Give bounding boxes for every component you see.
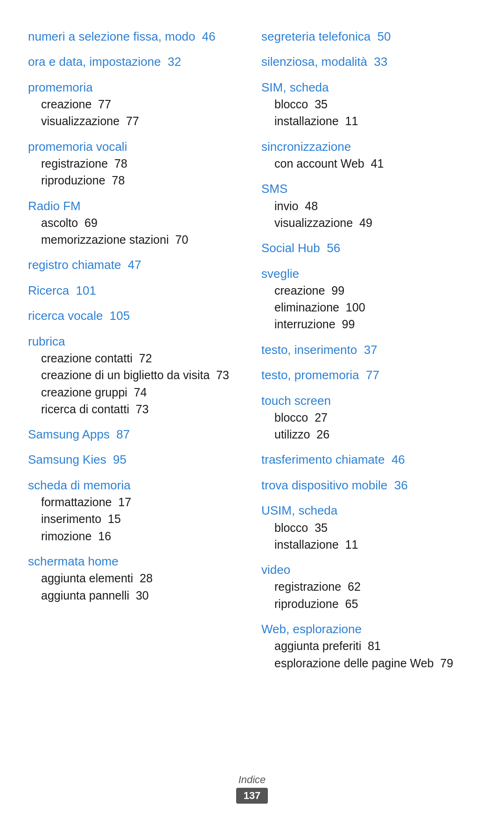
entry-heading: USIM, scheda <box>261 502 476 519</box>
entry-sub: creazione contatti 72 <box>28 350 243 367</box>
entry-heading: ora e data, impostazione 32 <box>28 53 243 70</box>
entry-sub: registrazione 62 <box>261 578 476 595</box>
index-entry: testo, promemoria 77 <box>261 367 476 383</box>
index-entry: sincronizzazionecon account Web 41 <box>261 138 476 172</box>
spacer <box>261 132 476 138</box>
index-entry: Social Hub 56 <box>261 240 476 256</box>
index-entry: ricerca vocale 105 <box>28 307 243 324</box>
spacer <box>28 250 243 256</box>
spacer <box>261 72 476 79</box>
index-entry: SMSinvio 48visualizzazione 49 <box>261 180 476 231</box>
spacer <box>28 546 243 553</box>
entry-heading: ricerca vocale 105 <box>28 307 243 324</box>
index-entry: testo, inserimento 37 <box>261 341 476 358</box>
spacer <box>261 673 476 680</box>
entry-heading: silenziosa, modalità 33 <box>261 53 476 70</box>
spacer <box>28 301 243 307</box>
index-entry: Ricerca 101 <box>28 282 243 299</box>
entry-heading: video <box>261 561 476 578</box>
footer-page-number: 137 <box>236 788 268 804</box>
right-column: segreteria telefonica 50silenziosa, moda… <box>257 28 476 680</box>
entry-heading: promemoria <box>28 79 243 96</box>
spacer <box>28 606 243 612</box>
entry-heading: rubrica <box>28 333 243 350</box>
index-entry: Radio FMascolto 69memorizzazione stazion… <box>28 198 243 248</box>
entry-sub: ricerca di contatti 73 <box>28 401 243 417</box>
index-entry: rubricacreazione contatti 72creazione di… <box>28 333 243 417</box>
index-entry: Samsung Apps 87 <box>28 426 243 443</box>
spacer <box>261 614 476 621</box>
spacer <box>28 276 243 282</box>
entry-heading: trasferimento chiamate 46 <box>261 451 476 468</box>
entry-heading: SMS <box>261 180 476 197</box>
spacer <box>261 360 476 367</box>
entry-sub: creazione 77 <box>28 96 243 113</box>
entry-sub: creazione di un biglietto da visita 73 <box>28 367 243 383</box>
entry-sub: aggiunta elementi 28 <box>28 570 243 587</box>
entry-sub: blocco 35 <box>261 519 476 536</box>
index-entry: numeri a selezione fissa, modo 46 <box>28 28 243 45</box>
entry-heading: numeri a selezione fissa, modo 46 <box>28 28 243 45</box>
entry-sub: rimozione 16 <box>28 528 243 544</box>
index-page: numeri a selezione fissa, modo 46ora e d… <box>28 28 476 680</box>
entry-sub: inserimento 15 <box>28 510 243 527</box>
index-entry: segreteria telefonica 50 <box>261 28 476 45</box>
index-entry: svegliecreazione 99eliminazione 100inter… <box>261 265 476 333</box>
entry-sub: creazione gruppi 74 <box>28 384 243 401</box>
entry-heading: sveglie <box>261 265 476 282</box>
spacer <box>28 72 243 79</box>
entry-sub: visualizzazione 77 <box>28 113 243 129</box>
spacer <box>261 233 476 240</box>
entry-sub: aggiunta pannelli 30 <box>28 587 243 604</box>
spacer <box>261 495 476 502</box>
entry-heading: testo, inserimento 37 <box>261 341 476 358</box>
index-entry: SIM, schedablocco 35installazione 11 <box>261 79 476 130</box>
entry-sub: formattazione 17 <box>28 494 243 510</box>
spacer <box>28 47 243 53</box>
page-footer: Indice 137 <box>0 774 504 804</box>
entry-heading: scheda di memoria <box>28 477 243 494</box>
entry-heading: schermata home <box>28 553 243 570</box>
entry-sub: riproduzione 65 <box>261 595 476 612</box>
entry-sub: eliminazione 100 <box>261 299 476 316</box>
index-entry: USIM, schedablocco 35installazione 11 <box>261 502 476 553</box>
entry-sub: installazione 11 <box>261 536 476 553</box>
entry-heading: promemoria vocali <box>28 138 243 155</box>
entry-sub: creazione 99 <box>261 282 476 299</box>
entry-sub: interruzione 99 <box>261 316 476 332</box>
index-entry: silenziosa, modalità 33 <box>261 53 476 70</box>
index-entry: trasferimento chiamate 46 <box>261 451 476 468</box>
entry-heading: touch screen <box>261 392 476 409</box>
spacer <box>28 191 243 198</box>
entry-sub: blocco 27 <box>261 409 476 426</box>
entry-heading: Samsung Kies 95 <box>28 451 243 468</box>
index-entry: registro chiamate 47 <box>28 256 243 273</box>
entry-heading: trova dispositivo mobile 36 <box>261 477 476 494</box>
entry-heading: sincronizzazione <box>261 138 476 155</box>
index-entry: promemoriacreazione 77visualizzazione 77 <box>28 79 243 130</box>
entry-sub: riproduzione 78 <box>28 172 243 189</box>
entry-sub: visualizzazione 49 <box>261 214 476 231</box>
entry-heading: testo, promemoria 77 <box>261 367 476 383</box>
left-column: numeri a selezione fissa, modo 46ora e d… <box>28 28 257 680</box>
index-entry: promemoria vocaliregistrazione 78riprodu… <box>28 138 243 189</box>
spacer <box>261 445 476 451</box>
spacer <box>28 470 243 477</box>
entry-sub: registrazione 78 <box>28 155 243 172</box>
entry-heading: Radio FM <box>28 198 243 214</box>
entry-sub: memorizzazione stazioni 70 <box>28 231 243 248</box>
spacer <box>261 259 476 265</box>
spacer <box>261 555 476 561</box>
entry-sub: aggiunta preferiti 81 <box>261 637 476 654</box>
spacer <box>261 47 476 53</box>
spacer <box>261 470 476 477</box>
spacer <box>261 386 476 392</box>
entry-heading: segreteria telefonica 50 <box>261 28 476 45</box>
entry-sub: utilizzo 26 <box>261 426 476 443</box>
entry-sub: invio 48 <box>261 198 476 214</box>
entry-sub: con account Web 41 <box>261 155 476 172</box>
index-entry: scheda di memoriaformattazione 17inserim… <box>28 477 243 544</box>
footer-label: Indice <box>0 774 504 786</box>
index-entry: Samsung Kies 95 <box>28 451 243 468</box>
spacer <box>28 445 243 451</box>
